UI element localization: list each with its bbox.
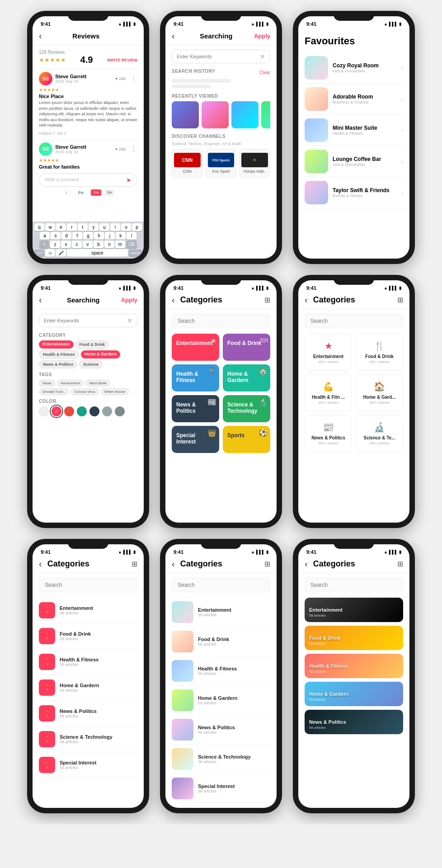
key-mic[interactable]: 🎤 xyxy=(56,249,66,257)
key-s[interactable]: s xyxy=(51,232,61,240)
banner-health[interactable]: Health & Fitness 58 articles xyxy=(305,654,403,678)
grid-icon[interactable]: ⊞ xyxy=(264,296,270,304)
more-options-2-icon[interactable]: ⋮ xyxy=(130,145,137,153)
recent-img-2[interactable] xyxy=(202,101,229,128)
color-dot-darkred[interactable] xyxy=(64,406,74,416)
cat-card-news[interactable]: 📰 News & Politics 300+ articles xyxy=(305,415,352,452)
img-item-health[interactable]: Health & Fitness 58 articles xyxy=(172,656,270,686)
search-input-row[interactable]: ✕ xyxy=(172,50,270,63)
chip-home[interactable]: Home & Gardern xyxy=(81,350,121,359)
clear-button[interactable]: Clear xyxy=(259,70,270,75)
list-item-news[interactable]: 📍 News & Politics 58 articles xyxy=(39,701,137,726)
channel-cnn[interactable]: CNN CNN xyxy=(172,149,203,178)
key-v[interactable]: v xyxy=(83,241,93,248)
list-item-special[interactable]: 📍 Special Interest 58 articles xyxy=(39,752,137,778)
key-f[interactable]: f xyxy=(72,232,82,240)
color-dot-teal[interactable] xyxy=(77,406,87,416)
back-button[interactable]: ‹ xyxy=(39,31,42,41)
cat-sports[interactable]: ⚽ Sports xyxy=(223,426,270,453)
tag-westbank[interactable]: West Bank xyxy=(85,380,110,387)
search-input[interactable] xyxy=(305,578,403,592)
key-123[interactable]: 123 xyxy=(34,250,44,256)
key-t[interactable]: t xyxy=(78,223,88,231)
chip-entertainment[interactable]: Entertainment xyxy=(39,340,74,349)
send-icon[interactable]: ➤ xyxy=(126,176,132,184)
back-button[interactable]: ‹ xyxy=(172,31,175,41)
grid-icon[interactable]: ⊞ xyxy=(264,560,270,568)
apply-button[interactable]: Apply xyxy=(121,297,137,303)
grid-icon[interactable]: ⊞ xyxy=(397,296,403,304)
comment-input[interactable]: Write a comment... ➤ xyxy=(39,173,137,187)
channel-hoops[interactable]: ⛹ Hoops Hab.. xyxy=(239,149,270,178)
more-options-icon[interactable]: ⋮ xyxy=(130,75,137,83)
key-b[interactable]: b xyxy=(94,241,103,248)
list-item-health[interactable]: 📍 Health & Fitness 58 articles xyxy=(39,649,137,675)
banner-home[interactable]: Home & Gardern 58 articles xyxy=(305,682,403,706)
img-item-home[interactable]: Home & Gardern 58 articles xyxy=(172,686,270,715)
cat-card-science[interactable]: 🔬 Science & Te... 300+ articles xyxy=(356,415,403,452)
cat-entertainment[interactable]: ★ Entertainment xyxy=(172,334,219,361)
back-button[interactable]: ‹ xyxy=(39,295,42,305)
key-e[interactable]: e xyxy=(56,223,66,231)
key-j[interactable]: j xyxy=(105,232,115,240)
fav-item-1[interactable]: Cozy Royal Room Arts & Humanities › xyxy=(305,52,403,84)
chip-news[interactable]: News & Politics xyxy=(39,360,77,368)
cat-card-health[interactable]: 💪 Health & Fitn ... 300+ articles xyxy=(305,374,352,411)
key-h[interactable]: h xyxy=(94,232,104,240)
cat-food[interactable]: 🍽 Food & Drink xyxy=(223,334,270,361)
search-input[interactable] xyxy=(44,318,127,323)
list-item-home[interactable]: 📍 Home & Gardern 58 articles xyxy=(39,675,137,701)
list-item-food[interactable]: 📍 Food & Drink 58 articles xyxy=(39,623,137,649)
key-k[interactable]: k xyxy=(116,232,126,240)
search-input[interactable] xyxy=(172,578,270,592)
img-item-food[interactable]: Food & Drink 58 articles xyxy=(172,627,270,656)
write-review-button[interactable]: WRITE REVIEW xyxy=(107,58,137,62)
key-r[interactable]: r xyxy=(67,223,77,231)
grid-icon[interactable]: ⊞ xyxy=(132,560,137,568)
back-button[interactable]: ‹ xyxy=(172,559,175,569)
search-input-row[interactable]: ✕ xyxy=(39,314,137,327)
cat-special[interactable]: 👑 Special Interest xyxy=(172,426,219,453)
fav-item-5[interactable]: Taylor Swift & Friends Events & Shows › xyxy=(305,177,403,208)
color-dot-darkblue[interactable] xyxy=(89,406,99,416)
word-i[interactable]: i xyxy=(62,189,71,196)
img-item-entertainment[interactable]: Entertainment 58 articles xyxy=(172,598,270,627)
back-button[interactable]: ‹ xyxy=(305,559,308,569)
fav-item-3[interactable]: Mini Master Suite Health & Fitness › xyxy=(305,115,403,146)
tag-news[interactable]: News xyxy=(39,380,55,387)
search-input[interactable] xyxy=(305,314,403,328)
color-dot-darkgray[interactable] xyxy=(115,406,125,416)
key-w[interactable]: w xyxy=(45,223,55,231)
key-backspace[interactable]: ⌫ xyxy=(126,241,137,248)
back-button[interactable]: ‹ xyxy=(39,559,42,569)
list-item-entertainment[interactable]: 📍 Entertainment 58 articles xyxy=(39,598,137,623)
img-item-news[interactable]: News & Politics 58 articles xyxy=(172,715,270,745)
fav-item-4[interactable]: Lounge Coffee Bar Arts & Humanities › xyxy=(305,146,403,177)
cat-science[interactable]: 🔬 Science & Technology xyxy=(223,395,270,422)
yes-btn[interactable]: Yes xyxy=(91,189,101,196)
recent-img-1[interactable] xyxy=(172,101,199,128)
key-x[interactable]: x xyxy=(61,241,71,248)
chip-health[interactable]: Health & Fitness xyxy=(39,350,79,359)
cat-card-home[interactable]: 🏠 Home & Gard... 300+ articles xyxy=(356,374,403,411)
key-y[interactable]: y xyxy=(89,223,99,231)
recent-img-4[interactable] xyxy=(261,101,270,128)
back-button[interactable]: ‹ xyxy=(305,295,308,305)
color-dot-red-selected[interactable]: ✓ xyxy=(52,406,61,416)
cat-news[interactable]: 📰 News & Politics xyxy=(172,395,219,422)
img-item-science[interactable]: Science & Technology 58 articles xyxy=(172,745,270,774)
fav-item-2[interactable]: Adorable Room Business & Finance › xyxy=(305,84,403,115)
cat-home[interactable]: 🏠 Home & Gardern xyxy=(223,364,270,392)
key-o[interactable]: o xyxy=(121,223,131,231)
cat-card-food[interactable]: 🍴 Food & Drink 300+ articles xyxy=(356,334,403,371)
channel-fox[interactable]: FOX Sports Fox Sport xyxy=(206,149,237,178)
cat-card-entertainment[interactable]: ★ Entertainment 300+ articles xyxy=(305,334,352,371)
back-button[interactable]: ‹ xyxy=(172,295,175,305)
chip-science[interactable]: Science xyxy=(79,360,103,368)
apply-button[interactable]: Apply xyxy=(254,33,270,39)
key-q[interactable]: q xyxy=(34,223,44,231)
key-c[interactable]: c xyxy=(72,241,82,248)
key-l[interactable]: l xyxy=(127,232,136,240)
word-the[interactable]: the xyxy=(75,189,88,196)
key-d[interactable]: d xyxy=(61,232,71,240)
